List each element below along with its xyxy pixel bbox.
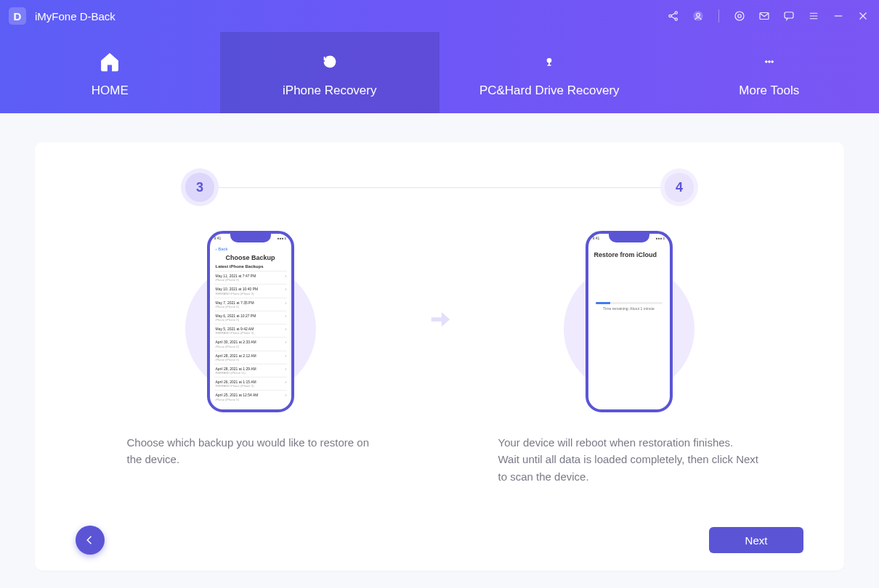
tab-pc-recovery-label: PC&Hard Drive Recovery: [479, 83, 620, 98]
main-nav: HOME iPhone Recovery PC&Hard Drive Recov…: [0, 32, 879, 113]
step-3-pill: 3: [185, 173, 214, 202]
backup-row: April 28, 2021 at 1:29 AMREBRAND (iPhone…: [214, 364, 287, 377]
panel-3-caption: Choose which backup you would like to re…: [127, 434, 374, 468]
phone3-section: Latest iPhone Backups: [214, 264, 287, 271]
backup-row: May 10, 2021 at 10:40 PMREBRAND iPhone (…: [214, 284, 287, 297]
phone3-title: Choose Backup: [214, 254, 287, 261]
share-icon[interactable]: [666, 9, 681, 23]
app-window: D iMyFone D-Back HOME iPhone Recovery PC…: [0, 0, 879, 588]
panel-step-4: 9:41●●● ≡ Restore from iCloud Time remai…: [454, 224, 803, 485]
content-card: 3 4 9:41●●● ≡ ‹ Back Choose Backup Lat: [35, 142, 844, 571]
iphone-recovery-icon: [315, 47, 344, 76]
tab-iphone-recovery[interactable]: iPhone Recovery: [220, 32, 440, 113]
svg-point-9: [548, 59, 551, 62]
svg-point-5: [735, 12, 744, 20]
svg-rect-8: [785, 12, 793, 18]
phone-illustration-3: 9:41●●● ≡ ‹ Back Choose Backup Latest iP…: [167, 224, 334, 420]
backup-row: May 11, 2021 at 7:47 PMiPhone (iPhone X): [214, 271, 287, 284]
phone4-remaining: Time remaining: About 1 minute: [593, 306, 665, 311]
tab-home[interactable]: HOME: [0, 32, 220, 113]
panel-step-3: 9:41●●● ≡ ‹ Back Choose Backup Latest iP…: [76, 224, 425, 485]
next-button[interactable]: Next: [709, 527, 803, 553]
tab-iphone-recovery-label: iPhone Recovery: [283, 83, 376, 98]
svg-point-6: [738, 15, 742, 18]
svg-point-1: [675, 12, 677, 14]
panels: 9:41●●● ≡ ‹ Back Choose Backup Latest iP…: [76, 224, 803, 485]
backup-row: April 25, 2021 at 12:54 AMiPhone (iPhone…: [214, 390, 287, 403]
phone4-title: Restore from iCloud: [593, 251, 665, 258]
mail-icon[interactable]: [757, 9, 771, 23]
tab-pc-recovery[interactable]: PC&Hard Drive Recovery: [440, 32, 660, 113]
menu-icon[interactable]: [806, 9, 821, 23]
pc-recovery-icon: [535, 47, 564, 76]
backup-row: April 30, 2021 at 2:33 AMiPhone (iPhone …: [214, 337, 287, 350]
arrow-icon: [427, 307, 452, 335]
app-title: iMyFone D-Back: [35, 10, 116, 23]
more-tools-icon: [755, 47, 784, 76]
account-icon[interactable]: [691, 9, 705, 23]
phone3-back: ‹ Back: [214, 247, 287, 253]
feedback-icon[interactable]: [782, 9, 796, 23]
phone-illustration-4: 9:41●●● ≡ Restore from iCloud Time remai…: [546, 224, 713, 420]
svg-point-12: [771, 61, 774, 63]
home-icon: [95, 47, 124, 76]
main-area: 3 4 9:41●●● ≡ ‹ Back Choose Backup Lat: [0, 113, 879, 588]
backup-row: April 28, 2021 at 2:12 AMiPhone (iPhone …: [214, 351, 287, 364]
minimize-icon[interactable]: [831, 9, 846, 23]
svg-point-0: [669, 15, 671, 17]
svg-point-11: [768, 61, 770, 63]
step-4-pill: 4: [665, 173, 694, 202]
panel-4-caption: Your device will reboot when restoration…: [498, 434, 760, 485]
app-logo: D: [9, 7, 26, 25]
svg-point-10: [765, 61, 767, 63]
title-bar-actions: [666, 9, 870, 23]
tab-more-tools[interactable]: More Tools: [660, 32, 880, 113]
footer-controls: Next: [76, 526, 803, 555]
backup-row: April 26, 2021 at 1:15 AMREBRAND iPhone …: [214, 377, 287, 390]
back-button[interactable]: [76, 526, 105, 555]
backup-row: May 6, 2021 at 10:27 PMiPhone (iPhone X): [214, 311, 287, 324]
tab-home-label: HOME: [92, 83, 129, 98]
backup-row: May 7, 2021 at 7:35 PMiPhone (iPhone X): [214, 298, 287, 311]
steps-indicator: 3 4: [163, 173, 716, 202]
backup-row: May 5, 2021 at 9:42 AMREBRAND iPhone (iP…: [214, 324, 287, 337]
title-bar: D iMyFone D-Back: [0, 0, 879, 32]
tab-more-tools-label: More Tools: [739, 83, 799, 98]
settings-icon[interactable]: [732, 9, 747, 23]
svg-point-2: [675, 18, 677, 20]
close-icon[interactable]: [856, 9, 870, 23]
